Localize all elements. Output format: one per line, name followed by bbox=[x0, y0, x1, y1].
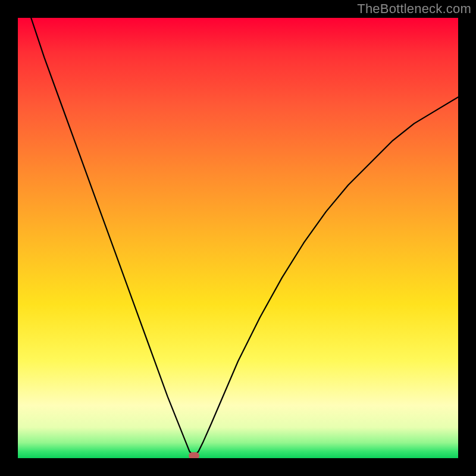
curve-svg bbox=[18, 18, 458, 458]
optimum-marker bbox=[189, 452, 199, 458]
watermark-text: TheBottleneck.com bbox=[357, 1, 471, 17]
bottleneck-curve bbox=[31, 18, 458, 456]
plot-area bbox=[18, 18, 458, 458]
chart-container: TheBottleneck.com bbox=[0, 0, 476, 476]
